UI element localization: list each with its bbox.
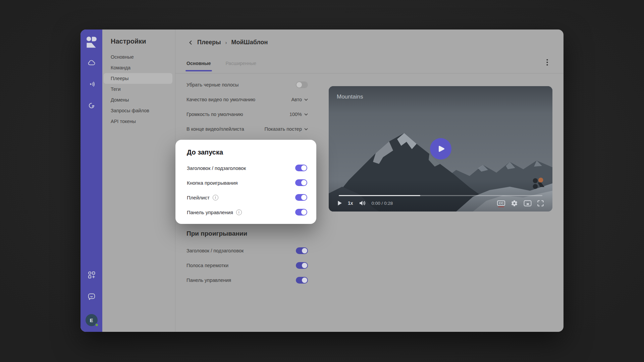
broadcast-icon[interactable] (87, 80, 96, 88)
seekbar-toggle[interactable] (296, 262, 308, 269)
setting-row-black-bars: Убрать черные полосы (186, 77, 308, 92)
chevron-down-icon (304, 113, 308, 116)
modal-row-play-button: Кнопка проигрывания (187, 175, 307, 190)
modal-title: До запуска (187, 148, 223, 156)
playlist-toggle[interactable] (295, 194, 307, 201)
chevron-down-icon (304, 99, 308, 101)
modal-row-playlist: Плейлист i (187, 190, 307, 205)
reports-icon[interactable] (87, 101, 96, 110)
support-chat-icon[interactable] (87, 292, 96, 301)
sidebar-item-api-tokeny[interactable]: API токены (104, 116, 172, 127)
volume-select[interactable]: 100% (289, 112, 308, 117)
apps-add-icon[interactable] (87, 270, 96, 279)
video-title: Mountains (337, 94, 363, 100)
sidebar-item-domeny[interactable]: Домены (104, 95, 172, 105)
seek-bar-loaded (339, 195, 420, 196)
kinescope-watermark-icon (532, 177, 545, 192)
title-subtitle-toggle[interactable] (295, 165, 307, 171)
kinescope-logo-icon[interactable] (85, 36, 98, 49)
black-bars-toggle[interactable] (296, 81, 308, 88)
big-play-button[interactable] (430, 138, 451, 160)
settings-sidebar: Настройки Основные Команда Плееры Теги Д… (102, 29, 175, 332)
modal-control-panel-toggle[interactable] (295, 209, 307, 216)
sidebar-item-zaprosy-failov[interactable]: Запросы файлов (104, 105, 172, 116)
player-controls: 1x 0:00 / 0:28 CC (337, 199, 544, 207)
app: E Настройки Основные Команда Плееры Теги… (0, 0, 644, 362)
setting-row-quality: Качество видео по умолчанию Авто (186, 92, 308, 107)
end-of-video-select[interactable]: Показать постер (265, 126, 308, 132)
pre-launch-modal: До запуска Заголовок / подзаголовок Кноп… (175, 140, 316, 224)
playback-section-title: При проигрывании (186, 230, 308, 237)
tabs-divider (175, 73, 564, 73)
sidebar-item-tegi[interactable]: Теги (104, 84, 172, 95)
player-settings-gear-icon[interactable] (511, 200, 518, 207)
sidebar-list: Основные Команда Плееры Теги Домены Запр… (104, 52, 172, 127)
seek-bar[interactable] (339, 195, 542, 196)
info-icon[interactable]: i (236, 209, 242, 215)
play-button[interactable] (337, 200, 342, 206)
fullscreen-icon[interactable] (537, 200, 544, 206)
captions-button[interactable]: CC (497, 200, 505, 206)
chevron-down-icon (304, 128, 308, 130)
player-settings-rows: Убрать черные полосы Качество видео по у… (186, 77, 308, 136)
setting-row-volume: Громкость по умолчанию 100% (186, 107, 308, 122)
tab-rasshirennye[interactable]: Расширенные (226, 61, 257, 71)
avatar-initial: E (90, 317, 93, 323)
quality-select[interactable]: Авто (291, 97, 308, 102)
control-panel-toggle[interactable] (296, 277, 308, 284)
modal-row-control-panel: Панель управления i (187, 205, 307, 220)
playback-section: При проигрывании Заголовок / подзаголово… (186, 230, 308, 288)
volume-icon[interactable] (359, 200, 366, 206)
back-button[interactable] (188, 40, 193, 45)
sidebar-title: Настройки (111, 38, 146, 45)
breadcrumb-current: МойШаблон (231, 39, 268, 46)
avatar[interactable]: E (86, 314, 98, 326)
playback-row-seekbar: Полоса перемотки (186, 258, 308, 273)
videos-library-icon[interactable] (87, 59, 96, 67)
breadcrumb: Плееры › МойШаблон (188, 39, 268, 46)
sidebar-item-pleery[interactable]: Плееры (104, 73, 172, 84)
breadcrumb-separator-icon: › (225, 40, 227, 45)
setting-row-end-of-video: В конце видео/плейлиста Показать постер (186, 122, 308, 136)
info-icon[interactable]: i (213, 195, 218, 200)
player-preview[interactable]: Mountains (329, 86, 552, 212)
play-button-toggle[interactable] (295, 179, 307, 186)
modal-row-title-subtitle: Заголовок / подзаголовок (187, 161, 307, 175)
breadcrumb-parent[interactable]: Плееры (197, 39, 221, 46)
settings-window: E Настройки Основные Команда Плееры Теги… (80, 29, 564, 332)
sidebar-item-osnovnye[interactable]: Основные (104, 52, 172, 62)
tab-osnovnye[interactable]: Основные (186, 61, 211, 71)
online-status-dot (95, 323, 99, 327)
playback-row-control-panel: Панель управления (186, 273, 308, 288)
more-menu-button[interactable] (544, 58, 550, 68)
pip-icon[interactable] (524, 200, 532, 206)
playback-title-toggle[interactable] (296, 247, 308, 254)
sidebar-item-komanda[interactable]: Команда (104, 62, 172, 73)
time-display: 0:00 / 0:28 (372, 201, 393, 206)
nav-rail: E (80, 29, 102, 332)
tabs: Основные Расширенные (186, 61, 256, 71)
playback-speed-button[interactable]: 1x (348, 200, 353, 206)
playback-row-title-subtitle: Заголовок / подзаголовок (186, 243, 308, 258)
